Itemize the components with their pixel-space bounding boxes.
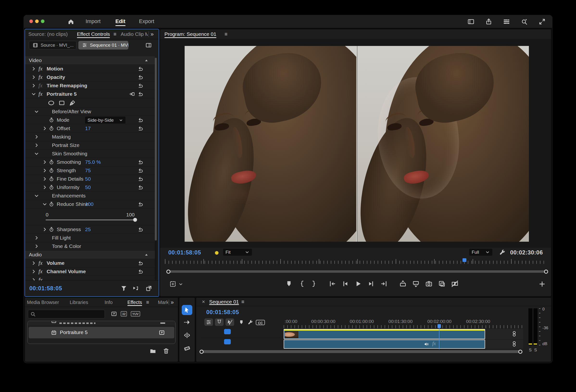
param-value[interactable]: 75.0 % <box>85 159 101 165</box>
group-row-before-after-view[interactable]: Before/After View <box>25 108 155 116</box>
fx-row-opacity[interactable]: fxOpacity <box>25 73 155 82</box>
timeline-scrollbar-left-handle[interactable] <box>200 350 204 354</box>
minimize-window-button[interactable] <box>35 20 39 23</box>
chevron-right-icon[interactable] <box>34 134 39 139</box>
program-playhead[interactable] <box>462 258 466 262</box>
tab-sequence[interactable]: Sequence 01 <box>209 298 239 306</box>
fx-badge-icon[interactable]: fx <box>38 66 43 72</box>
extract-button[interactable] <box>412 280 420 288</box>
stopwatch-icon[interactable] <box>49 184 54 190</box>
reset-icon[interactable] <box>138 66 144 72</box>
export-frame-button[interactable] <box>425 280 433 288</box>
chevron-down-icon[interactable] <box>34 109 39 114</box>
effect-controls-scrollbar-track[interactable] <box>155 58 157 280</box>
chevron-right-icon[interactable] <box>31 269 36 274</box>
chevron-right-icon[interactable] <box>42 126 47 131</box>
rect-mask-icon[interactable] <box>58 99 65 107</box>
param-value[interactable]: 100 <box>85 201 93 207</box>
step-forward-button[interactable] <box>367 280 375 288</box>
bit-depth-filter-badge[interactable]: 32 <box>121 311 127 316</box>
chevron-right-icon[interactable] <box>34 143 39 148</box>
chevron-right-icon[interactable] <box>34 244 39 249</box>
lift-button[interactable] <box>399 280 407 288</box>
stopwatch-icon[interactable] <box>49 227 54 232</box>
tool-selection[interactable] <box>182 305 192 315</box>
group-row-tone-color[interactable]: Tone & Color <box>25 242 155 251</box>
tab-info[interactable]: Info <box>105 298 113 307</box>
effects-search-input[interactable] <box>28 310 105 318</box>
comparison-view-button[interactable] <box>438 280 446 288</box>
chevron-right-icon[interactable] <box>42 227 47 232</box>
track-select-forward-tool-icon[interactable] <box>183 318 191 326</box>
reset-icon[interactable] <box>138 226 144 233</box>
collapse-section-icon[interactable] <box>144 252 148 257</box>
loop-icon[interactable] <box>145 285 152 292</box>
timeline-settings-icon[interactable] <box>247 319 253 325</box>
param-row-smoothing[interactable]: Smoothing75.0 % <box>25 158 155 166</box>
close-sequence-icon[interactable]: × <box>202 298 205 306</box>
home-icon[interactable] <box>67 18 75 25</box>
setup-icon[interactable] <box>129 91 135 97</box>
tab-libraries[interactable]: Libraries <box>70 298 88 307</box>
fx-row-time-remapping[interactable]: fxTime Remapping <box>25 82 155 90</box>
linked-selection-toggle[interactable] <box>226 318 234 326</box>
tab-overflow-chevron[interactable]: » <box>171 298 174 307</box>
stopwatch-icon[interactable] <box>49 125 54 131</box>
multi-camera-button[interactable] <box>451 280 459 288</box>
reset-icon[interactable] <box>138 91 144 97</box>
mark-out-button[interactable] <box>310 280 317 288</box>
group-row-masking[interactable]: Masking <box>25 133 155 141</box>
reset-icon[interactable] <box>138 201 144 207</box>
razor-tool-icon[interactable] <box>183 344 191 352</box>
tab-program-monitor[interactable]: Program: Sequence 01 <box>164 29 216 39</box>
timeline-panel-menu-icon[interactable]: ≡ <box>241 298 244 306</box>
param-value[interactable]: 50 <box>85 184 91 190</box>
reset-icon[interactable] <box>138 83 144 89</box>
tab-markers[interactable]: Mark <box>158 298 168 307</box>
play-button[interactable] <box>354 280 362 288</box>
add-marker-button[interactable] <box>285 280 293 288</box>
param-row-fine-details[interactable]: Fine Details50 <box>25 175 155 183</box>
fx-row-portraiture-5[interactable]: fxPortraiture 5 <box>25 90 155 98</box>
fx-badge-icon[interactable]: fx <box>38 268 43 275</box>
fx-badge-icon[interactable]: fx <box>38 74 43 80</box>
wrench-icon[interactable] <box>499 249 506 256</box>
panel-toggle-icon[interactable] <box>467 18 475 25</box>
zoom-window-button[interactable] <box>41 20 44 23</box>
masks-row[interactable] <box>25 98 155 108</box>
fx-badge-icon[interactable]: fx <box>38 83 43 89</box>
reset-icon[interactable] <box>138 184 144 190</box>
menu-tab-import[interactable]: Import <box>86 15 100 28</box>
chevron-down-icon[interactable] <box>34 151 39 156</box>
fx-row-volume[interactable]: fxVolume <box>25 259 155 268</box>
slider-row[interactable]: 0100 <box>25 209 155 225</box>
add-button-icon[interactable] <box>539 280 546 288</box>
track-keyframe-toggle-icon[interactable] <box>511 340 517 348</box>
share-icon[interactable] <box>485 18 492 25</box>
video-source-patch[interactable] <box>224 329 231 334</box>
reset-icon[interactable] <box>138 167 144 174</box>
track-keyframe-toggle-icon[interactable] <box>511 330 517 338</box>
add-marker-icon[interactable] <box>238 319 244 325</box>
audio-clip[interactable]: fx <box>284 340 485 349</box>
group-row-fill-light[interactable]: Fill Light <box>25 234 155 242</box>
mark-in-button[interactable] <box>299 280 306 288</box>
group-row-skin-smoothing[interactable]: Skin Smoothing <box>25 150 155 158</box>
chevron-right-icon[interactable] <box>42 160 47 164</box>
solo-right-button[interactable]: S <box>534 348 537 353</box>
effects-list-item-selected[interactable]: Portraiture 5 <box>29 327 174 338</box>
play-audio-icon[interactable] <box>132 285 140 292</box>
captions-icon[interactable]: CC <box>256 320 265 325</box>
playback-resolution-select[interactable]: Full <box>469 249 492 256</box>
menu-tab-edit[interactable]: Edit <box>115 15 125 28</box>
workspaces-icon[interactable] <box>503 18 510 25</box>
ellipse-mask-icon[interactable] <box>48 99 55 107</box>
param-value[interactable]: 75 <box>85 168 91 173</box>
fullscreen-icon[interactable] <box>539 18 546 25</box>
button-editor-icon[interactable] <box>169 280 176 288</box>
reset-icon[interactable] <box>138 176 144 182</box>
stopwatch-icon[interactable] <box>49 176 54 182</box>
menu-tab-export[interactable]: Export <box>139 15 154 28</box>
param-row-uniformity[interactable]: Uniformity50 <box>25 183 155 192</box>
timeline-scrollbar[interactable] <box>201 350 521 353</box>
